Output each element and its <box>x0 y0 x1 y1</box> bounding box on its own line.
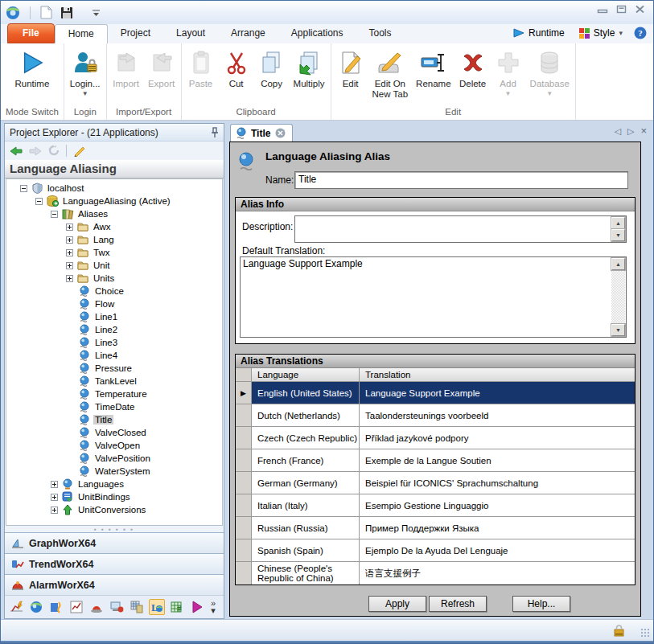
translation-cell[interactable]: Esempio Gestione Linguaggio <box>360 494 635 516</box>
row-selector[interactable]: ▶ <box>236 382 252 404</box>
language-cell[interactable]: Dutch (Netherlands) <box>252 404 360 426</box>
translation-row-spanish-spain[interactable]: Spanish (Spain)Ejemplo De la Ayuda Del L… <box>236 539 635 562</box>
refresh-button[interactable]: Refresh <box>429 596 487 612</box>
tree-expander-icon[interactable] <box>66 262 73 269</box>
row-selector[interactable] <box>236 427 252 449</box>
tree-item-temperature[interactable]: Temperature <box>6 388 222 400</box>
translation-cell[interactable]: Ejemplo De la Ayuda Del Lenguaje <box>360 539 635 561</box>
tree-item-line1[interactable]: Line1 <box>6 310 222 323</box>
tree-item-watersystem[interactable]: WaterSystem <box>6 465 222 478</box>
document-tab-title[interactable]: Title <box>230 124 293 142</box>
language-cell[interactable]: Russian (Russia) <box>252 517 360 539</box>
tree-expander-icon[interactable] <box>66 236 73 244</box>
tree-item-unitconversions[interactable]: UnitConversions <box>6 503 222 516</box>
tree-item-languagealiasing-active[interactable]: LanguageAliasing (Active) <box>6 195 222 207</box>
panel-alarmworx64[interactable]: AlarmWorX64 <box>5 574 224 595</box>
ribbon-button-rename[interactable]: Rename <box>412 47 455 92</box>
language-cell[interactable]: French (France) <box>252 449 360 471</box>
translation-cell[interactable]: Пример Поддержки Языка <box>360 517 635 539</box>
translation-row-italian-italy[interactable]: Italian (Italy)Esempio Gestione Linguagg… <box>236 494 635 517</box>
app-icon[interactable] <box>6 6 20 20</box>
tree-expander-icon[interactable] <box>66 249 73 256</box>
tab-applications[interactable]: Applications <box>278 24 356 43</box>
panel-splitter[interactable]: ▪ ▪ ▪ ▪ ▪ ▪ <box>5 526 224 532</box>
runtime-toggle[interactable]: Runtime <box>529 27 565 39</box>
tab-home[interactable]: Home <box>55 24 108 43</box>
row-selector[interactable] <box>236 517 252 539</box>
restore-button[interactable] <box>616 5 627 14</box>
tree-item-choice[interactable]: Choice <box>6 285 222 297</box>
bridgeworx-icon[interactable] <box>48 599 64 615</box>
dropdown-arrow-icon[interactable]: ▼ <box>82 90 88 97</box>
translation-cell[interactable]: Beispiel für ICONICS' Sprachumschaltung <box>360 472 635 494</box>
tree-item-valveposition[interactable]: ValvePosition <box>6 452 222 465</box>
tree-item-unitbindings[interactable]: UnitBindings <box>6 490 222 503</box>
ribbon-button-copy[interactable]: Copy <box>254 47 290 92</box>
translation-row-german-germany[interactable]: German (Germany)Beispiel für ICONICS' Sp… <box>236 472 635 494</box>
tree-item-line2[interactable]: Line2 <box>6 323 222 336</box>
recipes-icon[interactable]: # <box>169 599 185 615</box>
ribbon-button-runtime[interactable]: Runtime <box>11 47 54 92</box>
tree-item-lang[interactable]: Lang <box>6 233 222 246</box>
ribbon-button-cut[interactable]: Cut <box>219 47 254 92</box>
tree-item-unit[interactable]: Unit <box>6 259 222 272</box>
pin-icon[interactable] <box>211 127 219 138</box>
tree-item-title[interactable]: Title <box>6 413 222 426</box>
minimize-button[interactable] <box>597 5 608 14</box>
resize-grip[interactable] <box>640 628 650 638</box>
translation-row-czech-czech-republic[interactable]: Czech (Czech Republic)Příklad jazykové p… <box>236 427 635 449</box>
scroll-up-icon[interactable]: ▲ <box>611 217 625 229</box>
language-cell[interactable]: English (United States) <box>252 382 360 404</box>
name-input[interactable]: Title <box>294 171 628 189</box>
tree-expander-icon[interactable] <box>35 198 43 205</box>
mobilehmi-icon[interactable] <box>109 599 125 615</box>
translation-cell[interactable]: Příklad jazykové podpory <box>360 427 635 449</box>
panel-trendworx64[interactable]: TrendWorX64 <box>5 553 224 574</box>
ribbon-button-login[interactable]: Login...▼ <box>66 47 105 100</box>
style-button[interactable]: Style <box>594 27 615 39</box>
tree-item-units[interactable]: Units <box>6 272 222 285</box>
apply-button[interactable]: Apply <box>368 596 426 612</box>
save-icon[interactable] <box>60 6 73 19</box>
column-header-translation[interactable]: Translation <box>360 368 635 381</box>
language-cell[interactable]: Spanish (Spain) <box>252 539 360 561</box>
ribbon-button-delete[interactable]: Delete <box>455 47 491 92</box>
ribbon-button-edit-on-new-tab[interactable]: Edit On New Tab <box>368 47 413 102</box>
energy-analytix-icon[interactable] <box>8 599 24 615</box>
translation-row-french-france[interactable]: French (France)Exemple de la Langue Sout… <box>236 449 635 472</box>
row-selector[interactable] <box>236 449 252 471</box>
tree-item-timedate[interactable]: TimeDate <box>6 400 222 413</box>
row-selector[interactable] <box>236 494 252 516</box>
dropdown-arrow-icon[interactable]: ▼ <box>505 90 512 97</box>
tree-item-valveopen[interactable]: ValveOpen <box>6 439 222 452</box>
translation-row-dutch-netherlands[interactable]: Dutch (Netherlands)Taalondersteunings vo… <box>236 404 635 427</box>
tree-item-valveclosed[interactable]: ValveClosed <box>6 426 222 439</box>
close-button[interactable] <box>635 5 645 14</box>
tab-file[interactable]: File <box>7 23 55 43</box>
tree-expander-icon[interactable] <box>20 185 27 192</box>
tree-expander-icon[interactable] <box>66 275 73 282</box>
tab-tools[interactable]: Tools <box>356 24 405 43</box>
alarm-server-icon[interactable] <box>88 599 105 615</box>
new-document-icon[interactable] <box>40 6 52 19</box>
trend-chart-icon[interactable] <box>68 599 84 615</box>
ribbon-button-edit[interactable]: Edit <box>333 47 368 92</box>
dropdown-arrow-icon[interactable]: ▼ <box>546 90 553 97</box>
tree-expander-icon[interactable] <box>66 224 73 231</box>
default-translation-input[interactable]: Language Support Example ▲▼ <box>240 256 627 338</box>
column-header-language[interactable]: Language <box>252 368 360 381</box>
tree-item-tanklevel[interactable]: TankLevel <box>6 375 222 388</box>
translation-cell[interactable]: Exemple de la Langue Soutien <box>360 449 635 471</box>
tab-layout[interactable]: Layout <box>163 24 218 43</box>
panel-graphworx64[interactable]: GraphWorX64 <box>5 532 224 553</box>
help-icon[interactable]: ? <box>634 27 647 39</box>
row-selector[interactable] <box>236 562 252 585</box>
scroll-down-icon[interactable]: ▼ <box>611 229 625 241</box>
tree-expander-icon[interactable] <box>51 211 58 218</box>
row-selector[interactable] <box>236 539 252 561</box>
row-selector[interactable] <box>236 404 252 426</box>
tree-expander-icon[interactable] <box>51 494 58 501</box>
tree-item-line4[interactable]: Line4 <box>6 349 222 362</box>
row-selector[interactable] <box>236 472 252 494</box>
tree-expander-icon[interactable] <box>51 481 58 488</box>
